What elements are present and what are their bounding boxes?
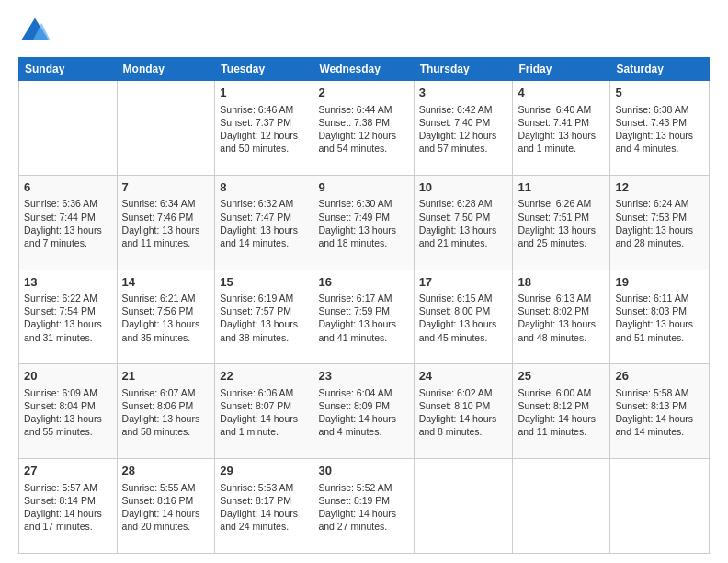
day-number: 21 <box>122 368 210 385</box>
day-detail: Daylight: 14 hours <box>122 507 210 520</box>
day-detail: and 51 minutes. <box>615 331 704 344</box>
header <box>18 15 710 48</box>
calendar-cell <box>19 81 118 176</box>
calendar-cell: 13Sunrise: 6:22 AMSunset: 7:54 PMDayligh… <box>19 270 118 364</box>
day-detail: Sunrise: 6:42 AM <box>419 103 508 116</box>
day-detail: and 14 minutes. <box>220 236 308 249</box>
day-detail: Daylight: 12 hours <box>220 129 308 142</box>
day-detail: Daylight: 14 hours <box>318 507 408 520</box>
day-detail: Sunrise: 6:17 AM <box>318 292 408 304</box>
day-detail: Sunrise: 5:58 AM <box>615 386 704 399</box>
day-detail: Sunrise: 6:32 AM <box>220 197 308 210</box>
day-detail: and 1 minute. <box>220 425 308 438</box>
day-number: 30 <box>318 463 408 479</box>
day-detail: Sunrise: 6:26 AM <box>518 197 605 210</box>
day-detail: Sunset: 8:03 PM <box>615 304 704 317</box>
day-number: 10 <box>419 179 508 196</box>
day-number: 22 <box>220 368 308 385</box>
day-detail: Sunset: 7:47 PM <box>220 211 308 224</box>
day-detail: and 18 minutes. <box>318 236 408 249</box>
day-detail: and 31 minutes. <box>24 331 112 344</box>
day-detail: and 27 minutes. <box>318 520 408 533</box>
day-detail: Daylight: 14 hours <box>518 412 605 425</box>
day-detail: and 57 minutes. <box>419 142 508 155</box>
day-detail: and 58 minutes. <box>122 425 210 438</box>
day-detail: and 38 minutes. <box>220 331 308 344</box>
calendar-cell: 30Sunrise: 5:52 AMSunset: 8:19 PMDayligh… <box>313 459 414 554</box>
calendar-cell: 6Sunrise: 6:36 AMSunset: 7:44 PMDaylight… <box>19 175 118 270</box>
calendar-cell: 15Sunrise: 6:19 AMSunset: 7:57 PMDayligh… <box>215 270 313 364</box>
day-detail: Sunset: 7:49 PM <box>318 211 408 224</box>
day-detail: Sunrise: 6:28 AM <box>419 197 508 210</box>
calendar-week-row: 27Sunrise: 5:57 AMSunset: 8:14 PMDayligh… <box>19 459 710 554</box>
day-detail: Sunrise: 6:46 AM <box>220 103 308 116</box>
calendar-cell: 29Sunrise: 5:53 AMSunset: 8:17 PMDayligh… <box>215 459 313 554</box>
calendar-cell: 10Sunrise: 6:28 AMSunset: 7:50 PMDayligh… <box>414 175 513 270</box>
day-detail: and 17 minutes. <box>24 520 112 533</box>
day-detail: Sunset: 7:44 PM <box>24 211 112 224</box>
day-detail: Daylight: 14 hours <box>24 507 112 520</box>
calendar-cell: 11Sunrise: 6:26 AMSunset: 7:51 PMDayligh… <box>513 175 610 270</box>
day-detail: Sunrise: 6:34 AM <box>122 197 210 210</box>
day-number: 20 <box>24 368 112 385</box>
header-row: SundayMondayTuesdayWednesdayThursdayFrid… <box>19 58 710 81</box>
day-detail: Daylight: 13 hours <box>518 317 605 330</box>
calendar-cell: 19Sunrise: 6:11 AMSunset: 8:03 PMDayligh… <box>610 270 710 364</box>
calendar-cell: 8Sunrise: 6:32 AMSunset: 7:47 PMDaylight… <box>215 175 313 270</box>
day-detail: Sunset: 8:06 PM <box>122 399 210 412</box>
day-detail: Sunrise: 6:04 AM <box>318 386 408 399</box>
day-detail: Sunrise: 6:22 AM <box>24 292 112 304</box>
day-detail: and 28 minutes. <box>615 236 704 249</box>
day-detail: Sunrise: 6:36 AM <box>24 197 112 210</box>
day-number: 7 <box>122 179 210 196</box>
day-detail: Sunset: 7:50 PM <box>419 211 508 224</box>
day-detail: Sunset: 7:53 PM <box>615 211 704 224</box>
weekday-header: Friday <box>513 58 610 81</box>
day-detail: and 20 minutes. <box>122 520 210 533</box>
weekday-header: Sunday <box>19 58 118 81</box>
day-number: 19 <box>615 274 704 291</box>
day-detail: Sunset: 8:00 PM <box>419 304 508 317</box>
day-detail: and 7 minutes. <box>24 236 112 249</box>
day-number: 11 <box>518 179 605 196</box>
day-number: 8 <box>220 179 308 196</box>
calendar-cell: 2Sunrise: 6:44 AMSunset: 7:38 PMDaylight… <box>313 81 414 176</box>
day-detail: Sunrise: 5:57 AM <box>24 481 112 494</box>
day-detail: Sunrise: 6:06 AM <box>220 386 308 399</box>
day-number: 16 <box>318 274 408 291</box>
day-detail: Sunset: 8:16 PM <box>122 494 210 507</box>
day-number: 3 <box>419 85 508 101</box>
day-detail: Sunrise: 6:07 AM <box>122 386 210 399</box>
day-detail: Sunset: 8:09 PM <box>318 399 408 412</box>
day-detail: and 4 minutes. <box>318 425 408 438</box>
day-number: 6 <box>24 179 112 196</box>
calendar-cell: 4Sunrise: 6:40 AMSunset: 7:41 PMDaylight… <box>513 81 610 176</box>
day-number: 9 <box>318 179 408 196</box>
calendar-cell: 17Sunrise: 6:15 AMSunset: 8:00 PMDayligh… <box>414 270 513 364</box>
day-detail: Sunset: 7:46 PM <box>122 211 210 224</box>
day-number: 13 <box>24 274 112 291</box>
day-detail: and 35 minutes. <box>122 331 210 344</box>
day-detail: Daylight: 13 hours <box>122 317 210 330</box>
day-detail: Sunrise: 6:38 AM <box>615 103 704 116</box>
day-detail: Daylight: 14 hours <box>220 412 308 425</box>
logo-icon <box>18 15 51 48</box>
day-detail: Sunset: 7:43 PM <box>615 116 704 129</box>
day-detail: and 50 minutes. <box>220 142 308 155</box>
day-detail: and 54 minutes. <box>318 142 408 155</box>
day-detail: Daylight: 13 hours <box>419 317 508 330</box>
day-number: 18 <box>518 274 605 291</box>
day-detail: Sunrise: 5:52 AM <box>318 481 408 494</box>
calendar-cell: 1Sunrise: 6:46 AMSunset: 7:37 PMDaylight… <box>215 81 313 176</box>
day-detail: Sunrise: 6:21 AM <box>122 292 210 304</box>
weekday-header: Saturday <box>610 58 710 81</box>
day-number: 5 <box>615 85 704 101</box>
day-detail: Sunrise: 6:30 AM <box>318 197 408 210</box>
day-detail: Sunset: 7:54 PM <box>24 304 112 317</box>
calendar-cell <box>610 459 710 554</box>
day-detail: and 24 minutes. <box>220 520 308 533</box>
logo <box>18 15 55 48</box>
day-detail: Daylight: 13 hours <box>615 224 704 236</box>
weekday-header: Thursday <box>414 58 513 81</box>
calendar-cell <box>513 459 610 554</box>
